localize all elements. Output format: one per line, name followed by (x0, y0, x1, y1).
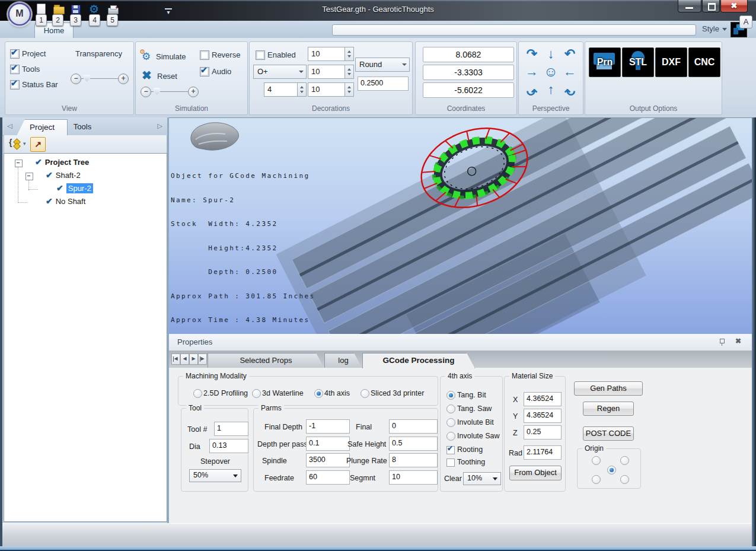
transparency-slider[interactable]: − + (71, 73, 129, 84)
slider-handle[interactable] (84, 75, 90, 82)
style-dropdown[interactable]: Style (702, 24, 727, 33)
decor-spinner-4[interactable]: 10 (308, 82, 354, 97)
clear-dropdown[interactable]: 10% (463, 472, 501, 485)
feedrate-field[interactable]: 60 (306, 470, 350, 485)
radio-sliced-3d-printer[interactable] (361, 389, 369, 398)
origin-bottom-left-radio[interactable] (592, 475, 601, 484)
select-arrow-button[interactable]: ↗ (30, 137, 46, 152)
cnc-output-button[interactable]: CNC (688, 47, 720, 77)
print-output-button[interactable]: Prn (589, 47, 621, 77)
maximize-button[interactable] (702, 0, 720, 12)
tree-expander-icon[interactable] (15, 160, 23, 167)
depth-per-pass-field[interactable]: 0.1 (306, 437, 350, 451)
tab-gcode-processing[interactable]: GCode Processing (362, 353, 475, 368)
rotate-cw-down-icon[interactable]: ↷ (522, 46, 541, 63)
origin-top-left-radio[interactable] (592, 456, 601, 465)
viewport-3d[interactable]: Object for GCode Machining Name: Spur-2 … (169, 117, 752, 335)
front-view-face-icon[interactable]: ☺ (541, 63, 560, 81)
spindle-field[interactable]: 3500 (306, 453, 350, 467)
final-depth-field[interactable]: -1 (306, 419, 350, 434)
audio-checkbox[interactable]: ✔ (200, 67, 209, 77)
rotate-ccw-up-icon[interactable]: ↶ (560, 81, 579, 99)
material-x-field[interactable]: 4.36524 (524, 392, 562, 406)
radio-involute-saw[interactable] (446, 432, 455, 441)
regen-button[interactable]: Regen (583, 402, 634, 416)
material-z-field[interactable]: 0.25 (524, 425, 562, 439)
decor-spinner-2[interactable]: 10 (308, 65, 354, 79)
chevron-down-icon[interactable]: ▾ (23, 141, 26, 146)
origin-bottom-right-radio[interactable] (620, 475, 629, 484)
toothing-checkbox[interactable] (446, 458, 455, 467)
plus-icon[interactable]: + (188, 87, 199, 97)
close-button[interactable]: ✖ (720, 0, 748, 12)
ribbon-text-input[interactable] (332, 24, 696, 36)
tab-selected-props[interactable]: Selected Props (208, 353, 324, 368)
minus-icon[interactable]: − (141, 87, 151, 97)
plunge-rate-field[interactable]: 8 (389, 453, 438, 467)
close-panel-icon[interactable]: ✖ (735, 337, 741, 345)
tab-last-icon[interactable]: ▶ (198, 353, 207, 365)
stl-output-button[interactable]: STL (622, 47, 654, 77)
tab-prev-icon[interactable]: ◀ (180, 353, 189, 365)
minus-icon[interactable]: − (71, 74, 81, 84)
material-rad-field[interactable]: 2.11764 (524, 445, 562, 460)
plus-icon[interactable]: + (118, 74, 129, 84)
decor-value-field[interactable]: 0.2500 (358, 77, 409, 91)
radio-4th-axis[interactable] (314, 389, 323, 398)
tree-item-project-tree[interactable]: ✔Project Tree (35, 157, 89, 169)
segmnt-field[interactable]: 10 (389, 470, 438, 485)
tools-checkbox[interactable]: ✔ (10, 65, 20, 74)
rotate-cw-up-icon[interactable]: ↷ (522, 81, 541, 99)
radio-tang-bit[interactable] (446, 391, 455, 400)
post-code-button[interactable]: POST CODE (583, 426, 634, 441)
font-color-button[interactable]: A (739, 15, 752, 28)
radio-tang-saw[interactable] (446, 405, 455, 413)
panel-tabs-next-icon[interactable]: ▷ (158, 122, 162, 130)
final-field[interactable]: 0 (389, 419, 438, 434)
origin-top-right-radio[interactable] (620, 456, 629, 465)
tab-log[interactable]: log (324, 353, 362, 368)
tab-next-icon[interactable]: ▶ (189, 353, 198, 365)
from-object-button[interactable]: From Object (509, 466, 562, 480)
tool-number-field[interactable]: 1 (214, 422, 248, 436)
decor-spinner-3[interactable]: 4 (264, 82, 307, 97)
decor-type-dropdown[interactable]: O+ (253, 65, 307, 79)
material-y-field[interactable]: 4.36524 (524, 409, 562, 423)
radio-3d-waterline[interactable] (252, 389, 261, 398)
simulation-speed-slider[interactable]: − + (141, 86, 199, 97)
coordinate-x-field[interactable]: 8.0682 (423, 47, 514, 62)
pan-right-icon[interactable]: → (522, 63, 541, 81)
tab-first-icon[interactable]: ◀ (171, 353, 180, 365)
reverse-checkbox[interactable] (200, 50, 209, 60)
gen-paths-button[interactable]: Gen Paths (574, 381, 643, 396)
panel-tabs-prev-icon[interactable]: ◁ (7, 122, 12, 130)
decor-shape-dropdown[interactable]: Round (355, 58, 410, 72)
decor-spinner-1[interactable]: 10 (308, 47, 354, 61)
slider-handle[interactable] (154, 88, 160, 95)
radio-25d-profiling[interactable] (193, 389, 202, 398)
tree-expander-icon[interactable] (25, 173, 33, 180)
tree-item-spur-2[interactable]: ✔Spur-2 (56, 183, 93, 195)
origin-center-radio[interactable] (607, 466, 616, 474)
tab-tools[interactable]: Tools (68, 119, 97, 135)
tab-project[interactable]: Project (17, 119, 68, 136)
rotate-ccw-down-icon[interactable]: ↶ (560, 46, 579, 63)
coordinate-z-field[interactable]: -5.6022 (423, 82, 514, 98)
pan-left-icon[interactable]: ← (560, 63, 579, 81)
simulate-button[interactable]: Simulate (156, 52, 186, 61)
qat-dropdown-chevron-icon[interactable]: ▾ (165, 8, 172, 15)
safe-height-field[interactable]: 0.5 (389, 437, 438, 451)
decorations-enabled-checkbox[interactable] (256, 50, 265, 60)
minimize-button[interactable] (678, 0, 701, 12)
pin-icon[interactable] (719, 339, 725, 346)
tree-item-shaft-2[interactable]: ✔Shaft-2 (46, 170, 81, 182)
stepover-dropdown[interactable]: 50% (189, 469, 241, 482)
pan-up-icon[interactable]: ↑ (541, 81, 560, 99)
coordinate-y-field[interactable]: -3.3303 (423, 65, 514, 80)
rooting-checkbox[interactable]: ✔ (446, 446, 455, 454)
project-checkbox[interactable]: ✔ (10, 49, 20, 59)
dxf-output-button[interactable]: DXF (655, 47, 687, 77)
script-icon[interactable]: { (9, 138, 22, 149)
dia-field[interactable]: 0.13 (209, 439, 248, 453)
radio-involute-bit[interactable] (446, 418, 455, 427)
